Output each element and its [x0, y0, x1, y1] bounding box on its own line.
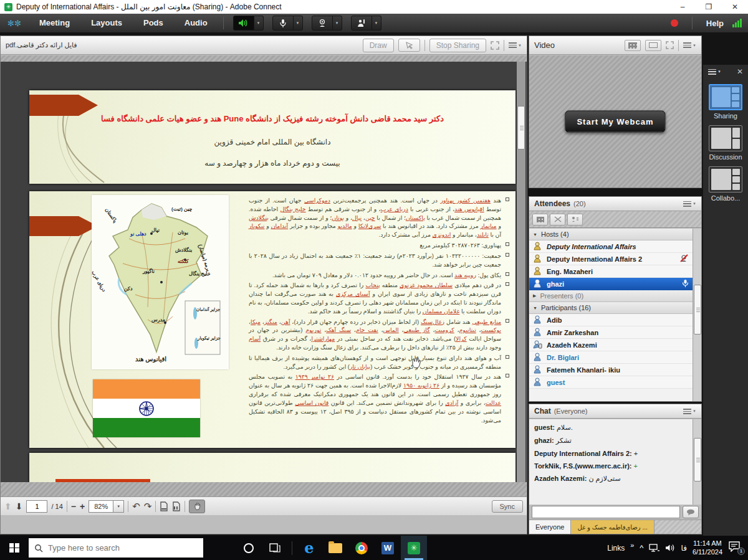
draw-button[interactable]: Draw — [363, 39, 394, 52]
hand-tool-button[interactable] — [189, 500, 205, 513]
file-explorer-button[interactable] — [322, 536, 348, 560]
layout-thumbnail-sharing[interactable] — [709, 84, 742, 110]
slide-link-text[interactable]: تیتانیوم — [459, 326, 476, 333]
attendee-row[interactable]: Deputy International Affairs — [529, 240, 693, 253]
chat-pod-menu-button[interactable]: ▼ — [683, 409, 696, 414]
slide-link-text[interactable]: بوتان — [332, 214, 344, 221]
action-center-button[interactable]: 1 — [728, 541, 743, 556]
chat-scrollbar-thumb[interactable] — [694, 438, 701, 482]
slide-link-text[interactable]: دریای عرب — [381, 206, 408, 212]
cortana-button[interactable] — [236, 536, 262, 560]
share-pod-menu-button[interactable]: ▼ — [509, 42, 522, 48]
attendee-list-view-button[interactable] — [532, 214, 548, 225]
slide-link-text[interactable]: منگنز — [264, 318, 277, 325]
attendee-row[interactable]: Dr. Biglari — [529, 351, 693, 364]
chat-scrollbar[interactable] — [693, 419, 701, 505]
layouts-menu-button[interactable]: ▼ — [708, 69, 721, 75]
close-layouts-icon[interactable]: ✕ — [737, 67, 743, 76]
microphone-dropdown[interactable]: ▼ — [294, 16, 303, 31]
attendee-row[interactable]: Deputy International Affairs 2 — [529, 253, 693, 265]
document-viewport[interactable]: دکتر سید محمد قاضی دانش آموخته رشته فیزی… — [1, 62, 527, 482]
search-input[interactable] — [48, 543, 179, 553]
slide-link-text[interactable]: زغال‌سنگ — [421, 318, 444, 325]
speaker-button[interactable] — [233, 16, 254, 31]
layout-item-sharing[interactable]: Sharing — [703, 84, 748, 120]
slide-link-text[interactable]: بوکسیت — [481, 326, 501, 333]
sync-button[interactable]: Sync — [492, 500, 523, 513]
rotate-right-button[interactable]: ↷ — [144, 501, 152, 511]
slide-link-text[interactable]: عدالت — [486, 399, 501, 406]
slide-link-text[interactable]: گاز طبیعی — [404, 326, 430, 333]
page-up-button[interactable]: ⬆ — [4, 502, 12, 511]
single-view-button[interactable] — [645, 40, 661, 51]
help-menu[interactable]: Help — [706, 19, 724, 28]
document-scrollbar[interactable] — [517, 62, 525, 482]
language-indicator[interactable]: فا — [681, 544, 686, 553]
page-number-input[interactable] — [26, 500, 47, 513]
attendee-group-header[interactable]: ▼Hosts (4) — [529, 229, 693, 240]
webcam-dropdown[interactable]: ▼ — [333, 16, 342, 31]
raise-hand-dropdown[interactable]: ▼ — [372, 16, 381, 31]
stop-sharing-button[interactable]: Stop Sharing — [429, 39, 486, 52]
attendee-row[interactable]: Eng. Mazaheri — [529, 265, 693, 278]
adobe-connect-taskbar-button[interactable]: ✳ — [401, 536, 427, 560]
menu-meeting[interactable]: Meeting — [29, 14, 80, 32]
zoom-out-button[interactable]: − — [71, 502, 76, 511]
microphone-button[interactable] — [272, 16, 294, 31]
slide-link-text[interactable]: الماس — [383, 326, 399, 333]
document-scrollbar-thumb[interactable] — [517, 106, 525, 149]
slide-link-text[interactable]: نفت خام — [356, 326, 378, 333]
links-toolbar[interactable]: Links — [607, 544, 625, 553]
slide-link-text[interactable]: ۲۶ ژانویه ۱۹۵۰ — [403, 382, 439, 389]
video-pod-menu-button[interactable]: ▼ — [683, 42, 696, 48]
taskbar-search-box[interactable] — [29, 538, 203, 558]
menu-layouts[interactable]: Layouts — [80, 14, 133, 32]
chat-message-input[interactable] — [532, 506, 680, 518]
slide-link-text[interactable]: قانون اساسی — [295, 399, 328, 406]
layout-item-collaboration[interactable]: Collabo... — [703, 166, 748, 202]
slide-link-text[interactable]: میانمار — [481, 222, 497, 229]
slide-link-text[interactable]: تایلند — [477, 231, 489, 238]
slide-link-text[interactable]: پاکستان — [406, 214, 425, 221]
attendees-scrollbar[interactable] — [693, 229, 701, 401]
slide-link-text[interactable]: هفتمین کشور پهناور — [440, 197, 491, 204]
slide-link-text[interactable]: اندونزی — [433, 231, 451, 238]
fullscreen-icon[interactable] — [491, 41, 499, 50]
zoom-dropdown-icon[interactable]: ▼ — [113, 501, 123, 512]
volume-icon[interactable] — [665, 544, 675, 552]
slide-link-text[interactable]: پنجاب — [365, 282, 380, 288]
attendee-row[interactable]: guest — [529, 376, 693, 389]
attendee-group-header[interactable]: ▶Presenters (0) — [529, 290, 693, 302]
slide-link-text[interactable]: منابع طبیعی — [472, 318, 501, 325]
chrome-button[interactable] — [348, 536, 375, 560]
fullscreen-icon[interactable] — [666, 41, 674, 49]
slide-link-text[interactable]: آهن — [281, 318, 290, 325]
slide-link-text[interactable]: مهاراشترا — [311, 335, 335, 342]
layout-thumbnail-discussion[interactable] — [709, 125, 742, 151]
attendee-row[interactable]: Fatemeh Khanlari- ikiu — [529, 364, 693, 376]
slide-link-text[interactable]: کرومیت — [435, 326, 454, 333]
slide-link-text[interactable]: اقیانوس هند — [454, 206, 484, 212]
attendee-group-header[interactable]: ▼Participants (16) — [529, 302, 693, 314]
slide-link-text[interactable]: آسام — [249, 335, 261, 342]
attendees-scrollbar-thumb[interactable] — [694, 285, 701, 335]
slide-link-text[interactable]: نپال — [352, 214, 362, 221]
chat-tab-private[interactable]: ... رضای‌فاطمه جسک و غل — [571, 520, 654, 534]
links-chevron-icon[interactable]: » — [630, 541, 634, 549]
slide-link-text[interactable]: آندامان — [271, 222, 289, 229]
task-view-button[interactable] — [262, 536, 288, 560]
webcam-button[interactable] — [312, 16, 333, 31]
slide-link-text[interactable]: سنگ آهک — [326, 326, 351, 333]
edge-button[interactable]: e — [296, 536, 322, 560]
zoom-level-select[interactable]: 82% ▼ — [89, 500, 124, 513]
recording-indicator-icon[interactable] — [671, 19, 678, 27]
raise-hand-button[interactable] — [351, 16, 372, 31]
connection-signal-icon[interactable] — [732, 19, 742, 27]
start-button[interactable] — [0, 536, 29, 560]
word-button[interactable]: W — [375, 536, 401, 560]
attendee-row[interactable]: Amir Zarkeshan — [529, 326, 693, 339]
zoom-in-button[interactable]: + — [80, 502, 85, 511]
layout-item-discussion[interactable]: Discussion — [703, 125, 748, 161]
menu-audio[interactable]: Audio — [174, 14, 218, 32]
slide-link-text[interactable]: کرالا — [456, 335, 467, 342]
